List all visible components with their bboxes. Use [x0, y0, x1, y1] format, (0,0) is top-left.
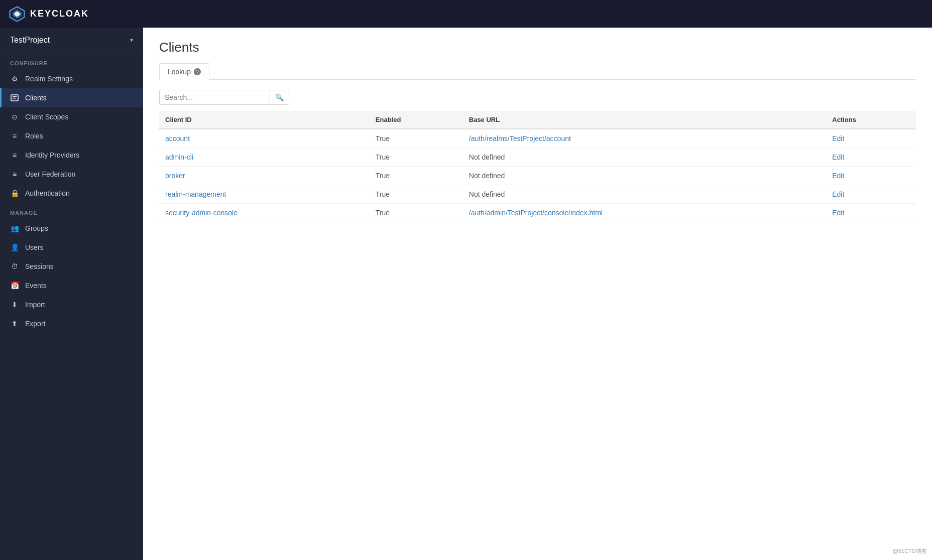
enabled-cell: True: [370, 129, 463, 148]
sidebar-item-label-user-federation: User Federation: [25, 170, 75, 178]
search-input[interactable]: [159, 90, 270, 105]
sidebar-item-roles[interactable]: ≡ Roles: [0, 126, 143, 146]
search-button[interactable]: 🔍: [270, 90, 289, 105]
client-id-cell: security-admin-console: [159, 204, 370, 222]
sidebar-item-export[interactable]: ⬆ Export: [0, 314, 143, 333]
main-layout: TestProject ▾ Configure ⚙ Realm Settings…: [0, 28, 932, 560]
sidebar-item-label-groups: Groups: [25, 224, 48, 232]
chevron-down-icon: ▾: [130, 37, 133, 44]
sidebar-item-label-identity-providers: Identity Providers: [25, 151, 79, 159]
realm-selector[interactable]: TestProject ▾: [0, 28, 143, 53]
sidebar-item-identity-providers[interactable]: ≡ Identity Providers: [0, 146, 143, 165]
sidebar-item-label-events: Events: [25, 282, 47, 290]
edit-link[interactable]: Edit: [832, 172, 844, 180]
search-bar: 🔍: [159, 90, 916, 105]
sidebar-item-user-federation[interactable]: ≡ User Federation: [0, 165, 143, 184]
client-scopes-icon: ⊙: [10, 112, 19, 121]
action-cell: Edit: [826, 148, 916, 167]
sidebar-item-sessions[interactable]: ⏱ Sessions: [0, 257, 143, 276]
page-title: Clients: [159, 40, 916, 55]
clients-table: Client ID Enabled Base URL Actions accou…: [159, 111, 916, 222]
events-icon: 📅: [10, 281, 19, 290]
client-id-link[interactable]: account: [165, 134, 190, 143]
sidebar-item-client-scopes[interactable]: ⊙ Client Scopes: [0, 107, 143, 126]
sidebar-item-label-users: Users: [25, 243, 44, 251]
client-id-cell: account: [159, 129, 370, 148]
sidebar-item-label-authentication: Authentication: [25, 189, 70, 197]
sidebar-item-label-client-scopes: Client Scopes: [25, 113, 68, 121]
col-header-client-id: Client ID: [159, 111, 370, 129]
table-row: admin-cliTrueNot definedEdit: [159, 148, 916, 167]
client-id-link[interactable]: security-admin-console: [165, 209, 238, 217]
user-federation-icon: ≡: [10, 170, 19, 179]
svg-rect-4: [13, 96, 17, 97]
client-id-cell: realm-management: [159, 185, 370, 204]
tab-lookup[interactable]: Lookup ?: [159, 63, 209, 80]
enabled-cell: True: [370, 167, 463, 185]
logo-area: KEYCLOAK: [8, 5, 89, 23]
col-header-actions: Actions: [826, 111, 916, 129]
action-cell: Edit: [826, 185, 916, 204]
action-cell: Edit: [826, 204, 916, 222]
base-url-link[interactable]: /auth/realms/TestProject/account: [469, 134, 571, 143]
edit-link[interactable]: Edit: [832, 134, 844, 143]
realm-settings-icon: ⚙: [10, 74, 19, 83]
sidebar-item-authentication[interactable]: 🔒 Authentication: [0, 184, 143, 203]
sidebar-item-users[interactable]: 👤 Users: [0, 238, 143, 257]
client-id-cell: broker: [159, 167, 370, 185]
sidebar-item-clients[interactable]: Clients: [0, 88, 143, 107]
groups-icon: 👥: [10, 224, 19, 233]
sidebar-item-label-clients: Clients: [25, 94, 47, 102]
users-icon: 👤: [10, 243, 19, 252]
tab-lookup-label: Lookup: [168, 68, 191, 76]
base-url-cell: /auth/admin/TestProject/console/index.ht…: [463, 204, 826, 222]
help-icon[interactable]: ?: [194, 68, 201, 75]
col-header-base-url: Base URL: [463, 111, 826, 129]
sidebar: TestProject ▾ Configure ⚙ Realm Settings…: [0, 28, 143, 560]
content-area: Clients Lookup ? 🔍 Client ID Enabled Bas…: [143, 28, 932, 560]
export-icon: ⬆: [10, 319, 19, 328]
sidebar-item-label-realm-settings: Realm Settings: [25, 75, 73, 83]
logo-text: KEYCLOAK: [30, 9, 89, 19]
search-icon: 🔍: [275, 93, 284, 101]
edit-link[interactable]: Edit: [832, 153, 844, 161]
enabled-cell: True: [370, 148, 463, 167]
sidebar-item-import[interactable]: ⬇ Import: [0, 295, 143, 314]
roles-icon: ≡: [10, 131, 19, 141]
sidebar-item-label-export: Export: [25, 320, 45, 328]
sidebar-item-groups[interactable]: 👥 Groups: [0, 219, 143, 238]
enabled-cell: True: [370, 204, 463, 222]
clients-table-body: accountTrue/auth/realms/TestProject/acco…: [159, 129, 916, 222]
svg-rect-5: [13, 98, 16, 99]
client-id-link[interactable]: admin-cli: [165, 153, 193, 161]
identity-providers-icon: ≡: [10, 151, 19, 160]
keycloak-logo-icon: [8, 5, 26, 23]
client-id-link[interactable]: realm-management: [165, 190, 226, 198]
watermark: @51CTO博客: [893, 547, 927, 555]
table-header: Client ID Enabled Base URL Actions: [159, 111, 916, 129]
sidebar-item-label-sessions: Sessions: [25, 262, 54, 270]
base-url-cell: Not defined: [463, 167, 826, 185]
base-url-cell: Not defined: [463, 148, 826, 167]
col-header-enabled: Enabled: [370, 111, 463, 129]
manage-section-label: Manage: [0, 203, 143, 219]
table-row: security-admin-consoleTrue/auth/admin/Te…: [159, 204, 916, 222]
edit-link[interactable]: Edit: [832, 190, 844, 198]
client-id-link[interactable]: broker: [165, 172, 185, 180]
action-cell: Edit: [826, 129, 916, 148]
edit-link[interactable]: Edit: [832, 209, 844, 217]
sessions-icon: ⏱: [10, 262, 19, 271]
action-cell: Edit: [826, 167, 916, 185]
realm-name: TestProject: [10, 36, 50, 45]
base-url-link[interactable]: /auth/admin/TestProject/console/index.ht…: [469, 209, 603, 217]
base-url-cell: Not defined: [463, 185, 826, 204]
base-url-cell: /auth/realms/TestProject/account: [463, 129, 826, 148]
sidebar-item-realm-settings[interactable]: ⚙ Realm Settings: [0, 69, 143, 88]
configure-section-label: Configure: [0, 53, 143, 69]
sidebar-item-events[interactable]: 📅 Events: [0, 276, 143, 295]
table-row: accountTrue/auth/realms/TestProject/acco…: [159, 129, 916, 148]
client-id-cell: admin-cli: [159, 148, 370, 167]
clients-icon: [10, 93, 19, 102]
sidebar-item-label-import: Import: [25, 301, 45, 309]
table-row: realm-managementTrueNot definedEdit: [159, 185, 916, 204]
